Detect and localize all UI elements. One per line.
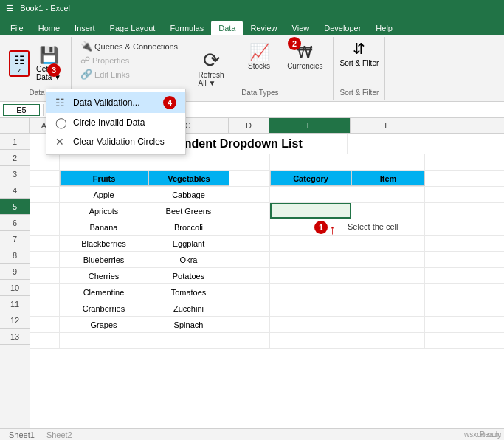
- cell-f13[interactable]: [351, 333, 425, 348]
- cell-a8[interactable]: [30, 252, 60, 267]
- circle-invalid-data-item[interactable]: ◯ Circle Invalid Data: [46, 113, 185, 132]
- cell-e12[interactable]: [270, 317, 351, 332]
- cell-reference-box[interactable]: [3, 104, 40, 116]
- cell-d13[interactable]: [229, 333, 270, 348]
- cell-c6-broccoli[interactable]: Broccoli: [148, 219, 229, 235]
- cell-f11[interactable]: [351, 300, 425, 316]
- cell-a4[interactable]: [30, 187, 60, 202]
- cell-b10-clementine[interactable]: Clementine: [60, 284, 148, 300]
- cell-c3-vegetables[interactable]: Vegetables: [148, 171, 229, 186]
- cell-d4[interactable]: [229, 187, 270, 202]
- cell-d2[interactable]: [229, 154, 270, 170]
- title-bar: ☰ Book1 - Excel: [0, 0, 504, 16]
- cell-e3-category[interactable]: Category: [270, 171, 351, 186]
- cell-f12[interactable]: [351, 317, 425, 332]
- cell-f10[interactable]: [351, 284, 425, 300]
- cell-e4[interactable]: [270, 187, 351, 202]
- cell-c11-zucchini[interactable]: Zucchini: [148, 300, 229, 316]
- cell-b6-banana[interactable]: Banana: [60, 219, 148, 235]
- blackberries-cell: Blackberries: [81, 239, 126, 248]
- cell-c10-tomatoes[interactable]: Tomatoes: [148, 284, 229, 300]
- stocks-btn[interactable]: 📈 Stocks: [241, 40, 277, 73]
- cell-a5[interactable]: [30, 203, 60, 219]
- cell-f3-item[interactable]: Item: [351, 171, 425, 186]
- cell-c8-okra[interactable]: Okra: [148, 252, 229, 267]
- cell-e2[interactable]: [270, 154, 351, 170]
- cell-a9[interactable]: [30, 268, 60, 283]
- cell-e7[interactable]: [270, 236, 351, 251]
- cell-d11[interactable]: [229, 300, 270, 316]
- cell-b13[interactable]: [60, 333, 148, 348]
- properties-btn[interactable]: ☍ Properties: [77, 54, 181, 66]
- cell-d8[interactable]: [229, 252, 270, 267]
- data-validation-icon-btn[interactable]: ☷ ✓: [9, 50, 30, 77]
- tab-view[interactable]: View: [285, 21, 317, 35]
- cell-f7[interactable]: [351, 236, 425, 251]
- cell-a10[interactable]: [30, 284, 60, 300]
- ribbon-group-data-types: 📈 Stocks ₩ Currencies Data Types: [235, 37, 334, 100]
- cell-d9[interactable]: [229, 268, 270, 283]
- refresh-all-btn[interactable]: ⟳ RefreshAll ▼: [196, 47, 227, 90]
- cell-e8[interactable]: [270, 252, 351, 267]
- cell-a11[interactable]: [30, 300, 60, 316]
- cell-b8-blueberries[interactable]: Blueberries: [60, 252, 148, 267]
- cell-e10[interactable]: [270, 284, 351, 300]
- cell-e11[interactable]: [270, 300, 351, 316]
- cell-d6[interactable]: [229, 219, 270, 235]
- cell-f5[interactable]: [351, 203, 425, 219]
- cell-b2[interactable]: [60, 154, 148, 170]
- queries-connections-btn[interactable]: 🔌 Queries & Connections: [77, 40, 181, 52]
- tab-help[interactable]: Help: [368, 21, 400, 35]
- cell-d5[interactable]: [229, 203, 270, 219]
- clear-validation-icon: ✕: [55, 136, 67, 148]
- cell-c12-spinach[interactable]: Spinach: [148, 317, 229, 332]
- cell-a12[interactable]: [30, 317, 60, 332]
- cell-e5-active[interactable]: [270, 203, 351, 219]
- tab-home[interactable]: Home: [31, 21, 67, 35]
- cell-b3-fruits[interactable]: Fruits: [60, 171, 148, 186]
- cell-b4-apple[interactable]: Apple: [60, 187, 148, 202]
- cell-c9-potatoes[interactable]: Potatoes: [148, 268, 229, 283]
- cell-f9[interactable]: [351, 268, 425, 283]
- tab-page-layout[interactable]: Page Layout: [103, 21, 163, 35]
- broccoli-cell: Broccoli: [174, 223, 203, 232]
- cell-b12-grapes[interactable]: Grapes: [60, 317, 148, 332]
- tab-review[interactable]: Review: [243, 21, 284, 35]
- tab-file[interactable]: File: [3, 21, 31, 35]
- clear-validation-circles-item[interactable]: ✕ Clear Validation Circles: [46, 132, 185, 151]
- cell-f6[interactable]: ↑ 1 Select the cell: [351, 219, 425, 235]
- cell-b7-blackberries[interactable]: Blackberries: [60, 236, 148, 251]
- blueberries-cell: Blueberries: [83, 255, 125, 264]
- edit-links-btn[interactable]: 🔗 Edit Links: [77, 68, 181, 80]
- cell-a3[interactable]: [30, 171, 60, 186]
- tab-insert[interactable]: Insert: [67, 21, 103, 35]
- cell-a2[interactable]: [30, 154, 60, 170]
- cell-e13[interactable]: [270, 333, 351, 348]
- cell-e9[interactable]: [270, 268, 351, 283]
- cell-c13[interactable]: [148, 333, 229, 348]
- cell-c4-cabbage[interactable]: Cabbage: [148, 187, 229, 202]
- cell-e6[interactable]: [270, 219, 351, 235]
- tab-data[interactable]: Data: [211, 21, 243, 35]
- cell-b5-apricots[interactable]: Apricots: [60, 203, 148, 219]
- cell-d12[interactable]: [229, 317, 270, 332]
- cell-c5-beet-greens[interactable]: Beet Greens: [148, 203, 229, 219]
- sheet-tab-sheet1[interactable]: Sheet1: [3, 430, 41, 439]
- cell-f8[interactable]: [351, 252, 425, 267]
- cell-d3[interactable]: [229, 171, 270, 186]
- cell-d10[interactable]: [229, 284, 270, 300]
- tab-formulas[interactable]: Formulas: [162, 21, 211, 35]
- cell-a13[interactable]: [30, 333, 60, 348]
- cell-f4[interactable]: [351, 187, 425, 202]
- cell-a6[interactable]: [30, 219, 60, 235]
- cell-c2[interactable]: [148, 154, 229, 170]
- cell-f2[interactable]: [351, 154, 425, 170]
- cell-c7-eggplant[interactable]: Eggplant: [148, 236, 229, 251]
- cell-d7[interactable]: [229, 236, 270, 251]
- sheet-tab-sheet2[interactable]: Sheet2: [41, 430, 78, 439]
- cell-a7[interactable]: [30, 236, 60, 251]
- data-validation-menu-item[interactable]: ☷ Data Validation... 4: [46, 92, 185, 113]
- cell-b9-cherries[interactable]: Cherries: [60, 268, 148, 283]
- tab-developer[interactable]: Developer: [317, 21, 368, 35]
- cell-b11-cranberries[interactable]: Cranberries: [60, 300, 148, 316]
